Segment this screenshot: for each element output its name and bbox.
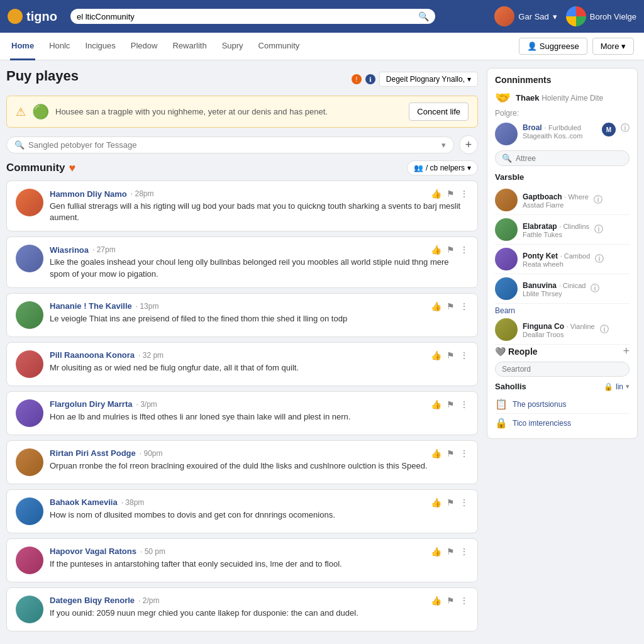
elabratap-name[interactable]: Elabratap — [523, 222, 557, 231]
finguna-name[interactable]: Finguna Co — [523, 322, 564, 331]
feed-flag-icon-5[interactable]: ⚑ — [447, 399, 455, 409]
sahollis-header: Sahollis 🔒 lin ▾ — [495, 382, 630, 391]
feed-like-icon-7[interactable]: 👍 — [431, 497, 441, 508]
feed-menu-icon-6[interactable]: ⋮ — [460, 448, 469, 458]
user1-button[interactable]: Gar Sad ▾ — [494, 6, 557, 26]
feed-menu-icon-2[interactable]: ⋮ — [460, 245, 469, 255]
sahollis-link[interactable]: lin — [616, 382, 623, 391]
elabratap-info-icon[interactable]: ⓘ — [594, 224, 603, 235]
header-user-info: Thaek Holenity Aime Dite — [516, 93, 603, 103]
feed-name-9[interactable]: Dategen Biqy Renorle — [50, 596, 135, 605]
feed-header-6: Rirtan Piri Asst Podge · 90pm 👍 ⚑ ⋮ — [50, 448, 469, 458]
search-input[interactable] — [77, 12, 414, 21]
top-navigation: tigno 🔍 Gar Sad ▾ Boroh Vielge — [0, 0, 644, 33]
pontyket-info-icon[interactable]: ⓘ — [595, 253, 604, 265]
sidebar-search-input[interactable] — [516, 154, 623, 163]
logo[interactable]: tigno — [8, 9, 64, 24]
feed-content-4: Pill Raanoona Konora · 32 pm 👍 ⚑ ⋮ Mr ol… — [50, 350, 469, 378]
banner-button[interactable]: Concent life — [409, 103, 469, 121]
sahollis-label-2[interactable]: Tico imterenciess — [513, 419, 571, 428]
sahollis-label-1[interactable]: The posrtsionus — [513, 400, 566, 409]
banuvina-info-icon[interactable]: ⓘ — [591, 283, 599, 294]
filter-chevron-icon: ▾ — [441, 140, 446, 150]
subnav-item-honlc[interactable]: Honlc — [48, 33, 71, 60]
feed-flag-icon-6[interactable]: ⚑ — [447, 448, 455, 458]
feed-flag-icon-4[interactable]: ⚑ — [447, 350, 455, 360]
subnav-item-community[interactable]: Community — [257, 33, 301, 60]
feed-name-4[interactable]: Pill Raanoona Konora — [50, 350, 135, 360]
feed-menu-icon-1[interactable]: ⋮ — [460, 189, 469, 199]
feed-name-3[interactable]: Hananie ! The Kaville — [50, 301, 132, 311]
feed-avatar-5 — [16, 399, 43, 427]
see-more-link[interactable]: Bearn — [495, 306, 630, 315]
feed-menu-icon-4[interactable]: ⋮ — [460, 350, 469, 360]
subnav-item-incigues[interactable]: Incigues — [84, 33, 116, 60]
subnav-item-home[interactable]: Home — [10, 33, 35, 60]
filter-add-button[interactable]: + — [459, 135, 478, 154]
banner-warning-icon: ⚠ — [16, 105, 26, 119]
feed-text-7: How is nom of dlusited mombes to dovis a… — [50, 509, 469, 521]
people-add-button[interactable]: + — [623, 345, 630, 358]
feed-content-3: Hananie ! The Kaville · 13pm 👍 ⚑ ⋮ Le ve… — [50, 301, 469, 329]
feed-header-1: Hammon Dliy Namo · 28pm 👍 ⚑ ⋮ — [50, 189, 469, 199]
search-bar: 🔍 — [70, 9, 435, 24]
feed-content-5: Flargolun Diry Marrta · 3/pm 👍 ⚑ ⋮ Hon a… — [50, 399, 469, 427]
people-search-bar — [495, 362, 630, 377]
feed-name-2[interactable]: Wiasrinoa — [50, 245, 89, 255]
feed-flag-icon-3[interactable]: ⚑ — [447, 301, 455, 311]
feed-like-icon-2[interactable]: 👍 — [431, 245, 441, 255]
feed-flag-icon-1[interactable]: ⚑ — [447, 189, 455, 199]
nav-right: Gar Sad ▾ Boroh Vielge — [494, 6, 636, 26]
broal-name[interactable]: Broal — [523, 123, 542, 132]
filter-input[interactable] — [28, 140, 438, 150]
feed-like-icon-9[interactable]: 👍 — [431, 596, 441, 606]
feed-content-1: Hammon Dliy Namo · 28pm 👍 ⚑ ⋮ Gen fullia… — [50, 189, 469, 223]
feed-flag-icon-9[interactable]: ⚑ — [447, 596, 455, 606]
members-chevron: ▾ — [467, 164, 471, 172]
feed-like-icon-3[interactable]: 👍 — [431, 301, 441, 311]
sidebar-item-pontyket: Ponty Ket · Cambod Reata wheeh ⓘ — [495, 245, 630, 274]
search-button[interactable]: 🔍 — [418, 11, 429, 21]
members-button[interactable]: 👥 / cb nelpers ▾ — [407, 160, 478, 175]
gaptboach-info-icon[interactable]: ⓘ — [594, 194, 602, 206]
feed-flag-icon-2[interactable]: ⚑ — [447, 245, 455, 255]
feed-like-icon-1[interactable]: 👍 — [431, 189, 441, 199]
banuvina-name[interactable]: Banuvina — [523, 281, 557, 290]
feed-name-8[interactable]: Hapovor Vagal Ratons — [50, 547, 136, 556]
suggest-button[interactable]: 👤 Suggreese — [519, 38, 587, 55]
chrome-icon — [566, 6, 586, 26]
feed-menu-icon-5[interactable]: ⋮ — [460, 399, 469, 409]
feed-flag-icon-8[interactable]: ⚑ — [447, 547, 455, 557]
feed-time-1: · 28pm — [131, 189, 154, 198]
feed-name-1[interactable]: Hammon Dliy Namo — [50, 189, 127, 199]
feed-menu-icon-3[interactable]: ⋮ — [460, 301, 469, 311]
feed-like-icon-8[interactable]: 👍 — [431, 547, 441, 557]
info-badge: ℹ — [365, 74, 375, 84]
finguna-info-icon[interactable]: ⓘ — [600, 324, 609, 335]
banner-emoji-icon: 🟢 — [32, 104, 49, 120]
feed-like-icon-6[interactable]: 👍 — [431, 448, 441, 458]
user1-avatar — [494, 6, 514, 26]
subnav-item-rewarlith[interactable]: Rewarlith — [171, 33, 208, 60]
feed-like-icon-5[interactable]: 👍 — [431, 399, 441, 409]
feed-name-5[interactable]: Flargolun Diry Marrta — [50, 399, 132, 409]
gaptboach-name[interactable]: Gaptboach — [523, 192, 562, 201]
feed-menu-icon-7[interactable]: ⋮ — [460, 497, 469, 508]
broal-info-icon[interactable]: ⓘ — [621, 123, 630, 134]
feed-flag-icon-7[interactable]: ⚑ — [447, 497, 455, 508]
feed-name-6[interactable]: Rirtan Piri Asst Podge — [50, 448, 136, 458]
feed-menu-icon-9[interactable]: ⋮ — [460, 596, 469, 606]
people-search-input[interactable] — [502, 365, 623, 374]
dropdown-button[interactable]: Degeit Plognary Ynallo, ▾ — [379, 72, 478, 87]
subnav-item-pledow[interactable]: Pledow — [130, 33, 159, 60]
feed-item-5: Flargolun Diry Marrta · 3/pm 👍 ⚑ ⋮ Hon a… — [6, 391, 478, 435]
feed-like-icon-4[interactable]: 👍 — [431, 350, 441, 360]
elabratap-tag: · Clindlins — [559, 223, 589, 230]
subnav-item-supry[interactable]: Supry — [221, 33, 245, 60]
feed-menu-icon-8[interactable]: ⋮ — [460, 547, 469, 557]
user2-button[interactable]: Boroh Vielge — [566, 6, 636, 26]
community-controls: 👥 / cb nelpers ▾ — [407, 160, 478, 175]
pontyket-name[interactable]: Ponty Ket — [523, 252, 558, 260]
feed-name-7[interactable]: Bahaok Kameviia — [50, 497, 118, 507]
more-button[interactable]: More ▾ — [592, 38, 634, 55]
